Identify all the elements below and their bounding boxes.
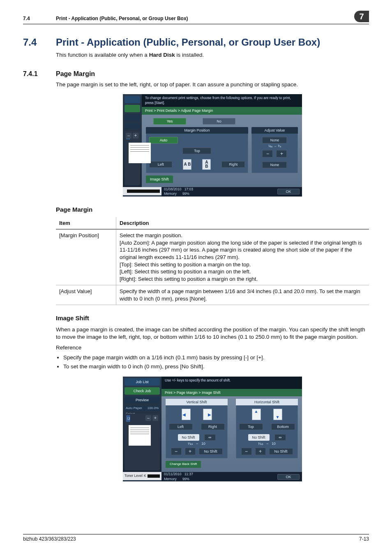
h3-page-margin: Page Margin <box>56 206 369 214</box>
shift-bottom-icon: ▼ <box>273 409 282 420</box>
screenshot-page-margin: ❏ – + To change document print settings,… <box>123 94 302 196</box>
image-shift-tab[interactable]: Image Shift <box>146 176 173 183</box>
v-left-button[interactable]: Left <box>169 423 193 430</box>
footer-page: 7-13 <box>359 536 369 542</box>
v-minus-button[interactable]: − <box>171 448 182 455</box>
toner-k: K <box>144 474 146 478</box>
h1-num: 7.4 <box>23 37 56 48</box>
shift-right-icon: ▶ <box>203 409 212 420</box>
toner-bar <box>127 190 160 193</box>
page-margin-table: ItemDescription [Margin Position] Select… <box>56 217 369 305</box>
minus-button[interactable]: − <box>262 150 273 157</box>
footer-model: bizhub 423/363/283/223 <box>23 536 76 542</box>
plus-button[interactable]: + <box>276 150 287 157</box>
adjust-none-1: None <box>262 137 287 143</box>
status-datetime: 01/08/2010 17:03 Memory 99% <box>164 187 193 197</box>
tab-check-job[interactable]: Check Job <box>125 387 160 395</box>
h-plus-button[interactable]: + <box>255 448 266 455</box>
h-noshift-button[interactable]: No Shift <box>269 448 293 455</box>
v-right-button[interactable]: Right <box>201 423 225 430</box>
status-datetime: 01/11/2010 11:37 Memory 99% <box>164 472 193 481</box>
screenshot-image-shift: Job List Check Job Preview Auto Paper Se… <box>123 377 302 481</box>
v-value: No Shift <box>178 434 199 441</box>
ab-horizontal-icon: A B <box>183 159 191 170</box>
no-button[interactable]: No <box>203 118 235 125</box>
instruction-text: Use +/- keys to specify the amount of sh… <box>161 377 302 389</box>
h-top-button[interactable]: Top <box>239 423 263 430</box>
h-minus-button[interactable]: − <box>241 448 252 455</box>
zoom-in-icon[interactable]: + <box>133 133 138 139</box>
chapter-badge: 7 <box>354 11 369 22</box>
right-button[interactable]: Right <box>221 161 244 168</box>
breadcrumb: Print > Print Details > Adjust Page Marg… <box>142 107 302 114</box>
h-value: No Shift <box>248 434 270 441</box>
margin-position-header: Margin Position <box>146 127 248 134</box>
runhead-title: Print - Application (Public, Personal, o… <box>56 16 188 21</box>
runhead-num: 7.4 <box>23 16 56 21</box>
tab-job-list[interactable] <box>125 96 140 103</box>
h-bottom-button[interactable]: Bottom <box>271 423 295 430</box>
h-swap-button[interactable]: ⇔ <box>274 434 286 441</box>
adjust-value-header: Adjust Value <box>251 127 298 134</box>
left-button[interactable]: Left <box>149 161 172 168</box>
v-noshift-button[interactable]: No Shift <box>199 448 223 455</box>
intro-text: This function is available only when a H… <box>56 51 369 59</box>
ref-item-1: Specify the page margin width on a 1/16 … <box>63 354 369 361</box>
ok-button[interactable]: OK <box>277 474 300 480</box>
tab-preview[interactable]: Preview <box>125 396 160 404</box>
change-back-shift-tab[interactable]: Change Back Shift <box>166 461 201 468</box>
ab-vertical-icon: AB <box>202 159 211 170</box>
shift-top-icon: ▲ <box>252 409 261 420</box>
h2-num: 7.4.1 <box>23 70 56 78</box>
tab-job-list[interactable]: Job List <box>125 378 160 386</box>
zoom-in-icon[interactable]: + <box>152 415 158 421</box>
table-row: [Margin Position] Select the margin posi… <box>56 229 369 285</box>
top-button[interactable]: Top <box>182 148 211 154</box>
toner-bar <box>148 474 160 478</box>
h2-title: Page Margin <box>56 70 95 78</box>
autopaper-label: Auto Paper Select <box>126 405 148 411</box>
h3-image-shift: Image Shift <box>56 314 369 322</box>
toner-label: Toner Level <box>125 474 143 478</box>
v-plus-button[interactable]: + <box>185 448 196 455</box>
zoom-out-icon[interactable]: – <box>126 133 131 139</box>
ref-item-2: To set the margin width to 0 inch (0 mm)… <box>63 363 369 370</box>
yes-button[interactable]: Yes <box>153 118 186 125</box>
p-page-margin: The page margin is set to the left, righ… <box>56 81 369 88</box>
p-image-shift: When a page margin is created, the image… <box>56 326 369 341</box>
preview-thumbnail <box>129 425 151 446</box>
instruction-text: To change document print settings, choos… <box>142 94 302 107</box>
h1-title: Print - Application (Public, Personal, o… <box>56 37 320 48</box>
auto-button[interactable]: Auto <box>149 137 178 143</box>
table-row: [Adjust Value] Specify the width of a pa… <box>56 285 369 305</box>
tab-preview[interactable] <box>125 114 140 121</box>
adjust-none-2[interactable]: None <box>262 162 287 168</box>
preview-thumbnail <box>129 143 151 163</box>
breadcrumb: Print > Page Margin > Image Shift <box>161 389 302 396</box>
zoom-value: 100.0% <box>148 405 159 411</box>
ok-button[interactable]: OK <box>277 189 300 194</box>
v-swap-button[interactable]: ⇔ <box>204 434 216 441</box>
horizontal-shift-header: Horizontal Shift <box>236 399 298 405</box>
tab-check-job[interactable] <box>125 105 140 112</box>
page-icon: ❏ <box>126 415 131 422</box>
shift-left-icon: ◀ <box>182 409 191 420</box>
vertical-shift-header: Vertical Shift <box>166 399 228 405</box>
zoom-out-icon[interactable]: – <box>145 415 151 421</box>
reference-label: Reference <box>56 344 369 352</box>
